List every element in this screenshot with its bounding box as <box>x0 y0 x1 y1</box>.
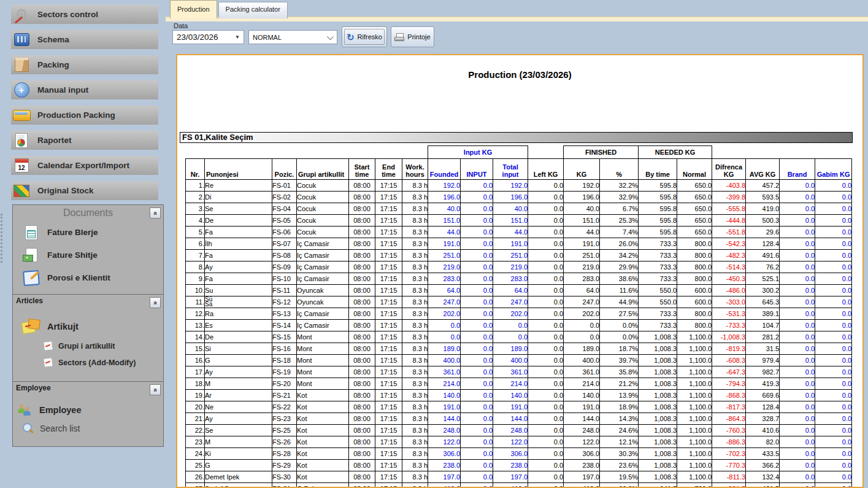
cell-nr: 18. <box>186 378 205 390</box>
cell-grupi: Iç Camasir <box>297 320 349 331</box>
col-header-avg-kg: AVG KG <box>746 159 780 180</box>
sidebar-item-artikujt[interactable]: Artikujt <box>13 315 163 338</box>
cell-difrenca: -542.3 <box>712 238 746 250</box>
cell-gabim: 0.0 <box>815 320 852 331</box>
cell-gabim: 0.0 <box>815 203 852 215</box>
cell-bytime: 1,008.3 <box>639 401 677 413</box>
refresh-button[interactable]: ↻ Rifresko <box>342 26 387 47</box>
cell-gabim: 0.0 <box>815 273 852 285</box>
cell-start: 08:00 <box>349 413 375 425</box>
cell-normal: 1,100.0 <box>677 378 712 390</box>
cell-name: M <box>205 436 272 448</box>
sidebar-button-packing[interactable]: Packing <box>11 55 158 74</box>
articles-collapse-button[interactable]: « <box>150 297 161 308</box>
mode-combobox[interactable]: NORMAL <box>248 30 337 44</box>
col-header-left-kg: Left KG <box>528 159 564 180</box>
cell-hours: 8.3 h <box>402 378 428 390</box>
cell-brand: 0.0 <box>780 331 815 343</box>
cell-total: 248.0 <box>493 425 528 436</box>
cell-pct: 23.6% <box>600 460 639 471</box>
cell-start: 08:00 <box>349 471 375 483</box>
cell-avg: 281.2 <box>746 331 780 343</box>
cell-hours: 8.3 h <box>402 308 428 320</box>
sidebar-button-manual-input[interactable]: + Manual input <box>11 80 158 99</box>
cell-total: 219.0 <box>493 261 528 273</box>
sidebar-button-raportet[interactable]: Raportet <box>11 131 158 150</box>
cell-hours: 8.3 h <box>402 261 428 273</box>
sidebar-splitter[interactable] <box>1 214 2 263</box>
cell-normal: 1,100.0 <box>677 331 712 343</box>
cell-input: 0.0 <box>461 401 493 413</box>
sidebar-item-fature-blerje[interactable]: Fature Blerje <box>13 221 163 244</box>
cell-founded: 189.0 <box>428 343 461 355</box>
cell-pct: 30.3% <box>600 448 639 460</box>
cell-difrenca: -817.3 <box>712 401 746 413</box>
employee-collapse-button[interactable]: « <box>150 384 161 395</box>
cell-grupi: Iç Camasir <box>297 238 349 250</box>
col-header-pozic: Pozic. <box>272 159 297 180</box>
cell-difrenca: -486.0 <box>712 285 746 296</box>
cell-total: 64.0 <box>493 285 528 296</box>
cell-left: 0.0 <box>528 296 564 308</box>
cell-gabim: 0.0 <box>815 366 852 378</box>
cell-total: 191.0 <box>493 401 528 413</box>
date-picker[interactable]: 23/03/2026 ▼ <box>172 30 244 44</box>
cell-avg: 982.7 <box>746 366 780 378</box>
print-button[interactable]: Printoje <box>391 26 434 47</box>
date-dropdown-arrow-icon[interactable]: ▼ <box>235 34 244 40</box>
cell-end: 17:15 <box>375 436 402 448</box>
cell-left: 0.0 <box>528 366 564 378</box>
sidebar-button-calendar-export-import[interactable]: 12 Calendar Export/Import <box>11 156 158 175</box>
cell-start: 08:00 <box>349 296 375 308</box>
tab-packing-calculator[interactable]: Packing calculator <box>218 2 288 18</box>
cell-input: 0.0 <box>461 471 493 483</box>
sidebar-button-sectors-control[interactable]: ⚙ Sectors control <box>11 5 158 24</box>
cell-kg: 247.0 <box>564 296 600 308</box>
cell-avg: 645.3 <box>746 296 780 308</box>
cell-normal: 1,100.0 <box>677 436 712 448</box>
sidebar-item-search-list[interactable]: Search list <box>13 420 163 436</box>
cell-nr: 19. <box>186 390 205 401</box>
sidebar-item-porosi-e-klientit[interactable]: Porosi e Klientit <box>13 266 163 289</box>
cell-pozic: FS-26 <box>272 436 297 448</box>
cell-bytime: 733.3 <box>639 238 677 250</box>
tab-production[interactable]: Production <box>170 0 217 18</box>
cell-brand: 0.0 <box>780 471 815 483</box>
cell-input: 0.0 <box>461 436 493 448</box>
sidebar-button-original-stock[interactable]: Original Stock <box>11 181 158 200</box>
cell-input: 0.0 <box>461 238 493 250</box>
cell-difrenca: -811.3 <box>712 471 746 483</box>
col-header-difrenca-kg: Difrenca KG <box>712 159 746 180</box>
table-row: 23.MFS-26Kot08:0017:158.3 h122.00.0122.0… <box>186 436 852 448</box>
cell-grupi: Mont <box>297 378 349 390</box>
cell-normal: 650.0 <box>677 227 712 238</box>
cell-founded: 410.0 <box>428 483 461 488</box>
sidebar-item-fature-shitje[interactable]: Fature Shitje <box>13 244 163 266</box>
cell-end: 17:15 <box>375 250 402 261</box>
sidebar-item-sectors-add-modify[interactable]: Sectors (Add-Modify) <box>13 354 163 371</box>
cell-difrenca: -864.3 <box>712 413 746 425</box>
cell-normal: 650.0 <box>677 180 712 192</box>
cell-difrenca: -647.3 <box>712 366 746 378</box>
cell-grupi: Iç Camasir <box>297 250 349 261</box>
sidebar-item-employee[interactable]: Employee <box>13 400 163 420</box>
cell-avg: 366.2 <box>746 460 780 471</box>
table-row: 8.AyFS-09Iç Camasir08:0017:158.3 h219.00… <box>186 261 852 273</box>
cell-gabim: 0.0 <box>815 285 852 296</box>
sidebar-item-grupi-i-artikullit[interactable]: Grupi i artikullit <box>13 338 163 354</box>
cell-end: 17:15 <box>375 378 402 390</box>
cell-normal: 800.0 <box>677 320 712 331</box>
cell-founded: 214.0 <box>428 378 461 390</box>
cell-hours: 8.3 h <box>402 366 428 378</box>
documents-collapse-button[interactable]: « <box>150 207 161 219</box>
cell-brand: 0.0 <box>780 296 815 308</box>
refresh-icon: ↻ <box>347 33 355 42</box>
cell-name: Fa <box>205 250 272 261</box>
sidebar-button-production-packing[interactable]: Production Packing <box>11 106 158 125</box>
cell-nr: 17. <box>186 366 205 378</box>
cell-name: Ay <box>205 261 272 273</box>
cell-input: 0.0 <box>461 331 493 343</box>
date-value: 23/03/2026 <box>177 33 218 42</box>
cell-nr: 27. <box>186 483 205 488</box>
sidebar-button-schema[interactable]: Schema <box>11 30 158 49</box>
